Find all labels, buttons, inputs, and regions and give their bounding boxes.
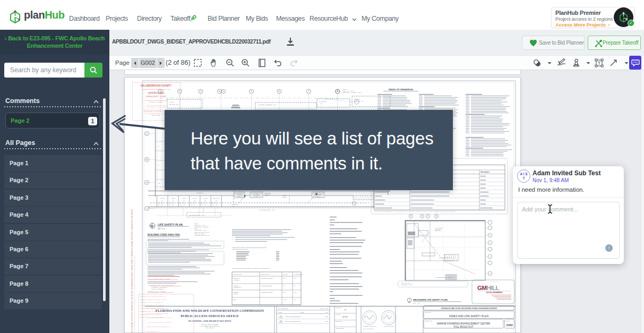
svg-text:OFFICE: OFFICE <box>193 198 197 199</box>
svg-text:(HATCHERY): (HATCHERY) <box>233 279 240 280</box>
svg-text:G002: G002 <box>506 324 513 327</box>
svg-text:OFFICE: OFFICE <box>204 198 208 199</box>
svg-text:ASSEMBLY: ASSEMBLY <box>233 285 239 286</box>
svg-text:TRAVEL DISTANCE = 108′-0″: TRAVEL DISTANCE = 108′-0″ <box>259 209 276 210</box>
svg-text:WATER: WATER <box>254 193 259 194</box>
svg-text:121: 121 <box>317 196 319 197</box>
svg-text:MAY NOT BE INCLUSIVE OF ALL HA: MAY NOT BE INCLUSIVE OF ALL HAZARDS <box>147 317 171 318</box>
svg-text:NO.BLB-22-8K2771 7/19/2022: NO.BLB-22-8K2771 7/19/2022 <box>146 96 166 98</box>
svg-text:LIFE SAFETY PLAN: LIFE SAFETY PLAN <box>158 223 183 226</box>
svg-text:NOTE: ALL CHEMICALS LISTED MEE: NOTE: ALL CHEMICALS LISTED MEET MAXIMUM … <box>374 211 456 212</box>
svg-text:TO PORTIONS WITHOUT APPROVAL: TO PORTIONS WITHOUT APPROVAL <box>146 106 167 107</box>
svg-text:MEZZANINE LIFE SAFETY PLAN: MEZZANINE LIFE SAFETY PLAN <box>413 298 448 301</box>
svg-text:~ 106: ~ 106 <box>231 206 234 207</box>
svg-text:5: 5 <box>427 215 428 217</box>
svg-text:STATE FIRE MARSHAL. THIS REVIE: STATE FIRE MARSHAL. THIS REVIEW MAY <box>140 302 164 303</box>
svg-text:TRAVEL DISTANCE = 103′ - 10″: TRAVEL DISTANCE = 103′ - 10″ <box>435 277 453 278</box>
svg-text:39.62: 39.62 <box>294 292 297 293</box>
svg-text:6: 6 <box>436 215 437 217</box>
svg-text:PROJECT TITLE: PROJECT TITLE <box>425 320 433 321</box>
svg-text:5: 5 <box>223 90 224 92</box>
svg-text:5/23/22: 5/23/22 <box>325 316 328 317</box>
svg-text:3: 3 <box>410 215 411 217</box>
svg-text:PUBLIC ACCESS SERVICES OFFICE: PUBLIC ACCESS SERVICES OFFICE <box>181 314 239 318</box>
svg-text:9756: 9756 <box>283 278 286 279</box>
svg-text:ORDER OF HILLSBOROUGH COUNTY: ORDER OF HILLSBOROUGH COUNTY <box>147 313 169 314</box>
svg-text:(OFFICE): (OFFICE) <box>233 293 238 294</box>
svg-text:SEAL WITH SIGNATURE: SEAL WITH SIGNATURE <box>384 326 393 327</box>
svg-text:COMPLYING WITH ALL REGULATIONS: COMPLYING WITH ALL REGULATIONS <box>147 308 169 309</box>
svg-text:INDEX AND LIFE SAFETY PLAN: INDEX AND LIFE SAFETY PLAN <box>449 314 488 318</box>
svg-text:ADMIN/STATION + 178′-10″: ADMIN/STATION + 178′-10″ <box>194 235 210 236</box>
svg-text:OFFICE: OFFICE <box>182 198 186 199</box>
svg-text:HILLSBOROUGH COUNTY: HILLSBOROUGH COUNTY <box>141 84 171 87</box>
svg-text:2049-11-17 08:46: 2049-11-17 08:46 <box>491 281 499 282</box>
svg-text:BUILDING CODE ANALYSIS: BUILDING CODE ANALYSIS <box>148 234 180 236</box>
svg-text:1.: 1. <box>232 237 233 238</box>
svg-text:AREA(SF.): AREA(SF.) <box>283 274 288 275</box>
svg-text:EXPERIENCE: EXPERIENCE <box>231 107 241 109</box>
svg-text:A: A <box>490 222 491 223</box>
svg-text:GM: GM <box>477 285 487 291</box>
svg-text:WORK STATION + 161′-2″: WORK STATION + 161′-2″ <box>194 232 209 233</box>
svg-text:OCCUPANT LOAD (FBC TABLE 1004.: OCCUPANT LOAD (FBC TABLE 1004.1.2|NFPA 1… <box>232 268 270 269</box>
svg-text:DATE: DATE <box>326 312 329 313</box>
svg-text:REVISION: REVISION <box>300 312 305 313</box>
svg-text:EXIT/ENTRY CORRIDOR + 54′-3″: EXIT/ENTRY CORRIDOR + 54′-3″ <box>259 104 277 105</box>
svg-text:ORDER OF HILLSBOROUGH COUNTY A: ORDER OF HILLSBOROUGH COUNTY AND THE <box>140 299 167 300</box>
svg-text:D: D <box>158 146 159 147</box>
svg-text:SYMBOL: SYMBOL <box>278 312 282 313</box>
svg-text:MEANS DISTANCE = 106′-0″: MEANS DISTANCE = 106′-0″ <box>189 215 205 216</box>
svg-text:TREATMENT: TREATMENT <box>253 195 260 196</box>
svg-text:OCCUPANT LOAD: OCCUPANT LOAD <box>261 274 270 275</box>
svg-text:1 PERSON/15 NET SF.: 1 PERSON/15 NET SF. <box>261 285 272 286</box>
svg-text:OFFICE: OFFICE <box>160 198 165 199</box>
svg-text:216: 216 <box>183 200 185 201</box>
svg-text:6: 6 <box>279 90 280 92</box>
svg-text:SHEET TITLE: SHEET TITLE <box>425 312 431 313</box>
svg-text:A.1: A.1 <box>356 101 358 103</box>
svg-text:VISITOR’S: VISITOR’S <box>233 105 239 107</box>
svg-text:5: 5 <box>251 90 252 92</box>
svg-text:FROM: FROM <box>194 223 198 224</box>
svg-text:COMMISSIONS PLAN: COMMISSIONS PLAN <box>147 331 159 332</box>
svg-text:2: 2 <box>179 90 181 92</box>
svg-text:14,090: 14,090 <box>283 299 287 301</box>
svg-text:INDEX OF DRAWINGS: INDEX OF DRAWINGS <box>389 88 413 91</box>
svg-text:ACTUAL BLDG AREA - 14,380 GROS: ACTUAL BLDG AREA - 14,380 GROSS SQ.FT. <box>148 285 175 286</box>
svg-text:TS: TS <box>344 309 346 311</box>
svg-text:FDOS PROJECT NO.: FDOS PROJECT NO. <box>336 328 345 329</box>
svg-text:(FBC TABLE 601), TYPE VB: (FBC TABLE 601), TYPE VB <box>232 249 248 250</box>
svg-text:OCCUPANT USE: OCCUPANT USE <box>233 274 242 275</box>
svg-text:RESPONSIBILITIES FOR OMISSIONS: RESPONSIBILITIES FOR OMISSIONS OR <box>147 326 170 327</box>
svg-text:DRAWN BY: DRAWN BY <box>336 314 341 315</box>
svg-text:E: E <box>490 256 491 257</box>
svg-text:97.56: 97.56 <box>294 278 297 279</box>
svg-text:OF WALK IN: OF WALK IN <box>264 192 271 193</box>
svg-text:3/32″ = 1′-0″: 3/32″ = 1′-0″ <box>158 228 165 230</box>
svg-text:3: 3 <box>409 299 410 301</box>
svg-text:Classification: Classification <box>480 171 490 173</box>
svg-text:3/64″ = 1′-0″: 3/64″ = 1′-0″ <box>413 303 420 304</box>
svg-text:DISTANCE = 176′-10″: DISTANCE = 176′-10″ <box>401 284 413 285</box>
svg-text:340: 340 <box>283 285 285 286</box>
svg-text:WORK SHOP: WORK SHOP <box>314 194 322 195</box>
svg-text:160: 160 <box>294 299 296 300</box>
svg-text:OFFICE: OFFICE <box>171 198 176 199</box>
svg-text:108: 108 <box>256 196 257 197</box>
svg-text:DISTANCE = 64′-9″: DISTANCE = 64′-9″ <box>354 100 364 101</box>
svg-text:NOT VALID WITHOUT SEAL: NOT VALID WITHOUT SEAL <box>363 328 374 329</box>
svg-text:ACTUAL BUILDING HEIGHT - 1 ST: ACTUAL BUILDING HEIGHT - 1 STORY <box>148 278 171 280</box>
svg-text:WET LAB 1 + 196′-0″: WET LAB 1 + 196′-0″ <box>194 225 206 226</box>
svg-text:NO.BLB-22-8K2771 - 7/19/2022: NO.BLB-22-8K2771 - 7/19/2022 <box>148 291 166 293</box>
svg-text:122: 122 <box>239 195 241 197</box>
svg-text:INDUSTRIAL: INDUSTRIAL <box>233 278 240 279</box>
svg-text:1 PERSON/100 GROSS: 1 PERSON/100 GROSS <box>261 278 273 279</box>
svg-text:CORRIDOR: CORRIDOR <box>196 192 203 193</box>
svg-text:SHOWER: SHOWER <box>237 193 242 194</box>
svg-text:E: E <box>146 159 148 161</box>
svg-text:PROFESSIONAL REGISTRATION: PROFESSIONAL REGISTRATION <box>363 326 376 327</box>
svg-text:215: 215 <box>194 200 195 201</box>
svg-text:3: 3 <box>200 90 201 92</box>
svg-text:MIDDLE OF HATCHERY + 110′-6″: MIDDLE OF HATCHERY + 110′-6″ <box>342 92 362 93</box>
